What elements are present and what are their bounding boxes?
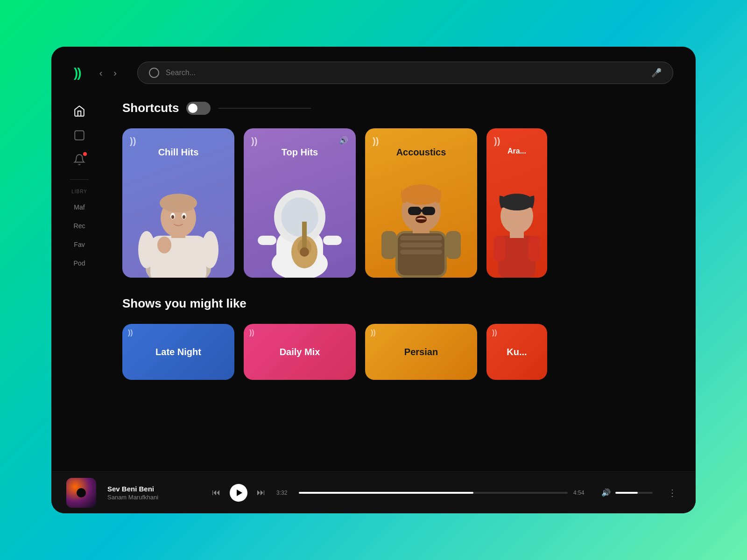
shortcuts-header: Shortcuts [122,101,681,115]
late-night-icon: )) [128,329,133,337]
top-hits-person [253,166,346,278]
svg-rect-28 [381,231,396,259]
nav-forward-button[interactable]: › [110,66,120,80]
player-controls: ⏮ ⏭ [212,484,265,502]
search-input[interactable] [166,69,645,77]
card-accoustics[interactable]: )) Accoustics [365,128,477,278]
app-window: )) ‹ › 🎤 LIBRY Maf Rec [51,47,696,513]
svg-point-22 [300,247,309,257]
svg-rect-38 [493,236,505,261]
svg-rect-0 [75,131,84,140]
current-time: 3:32 [276,490,293,496]
notification-badge [83,152,87,156]
accoustics-person [374,166,468,278]
top-hits-title: Top Hits [244,147,356,158]
more-options-button[interactable]: ⋮ [664,487,681,498]
shows-section: Shows you might like )) Late Night )) Da… [122,296,681,380]
nav-arrows: ‹ › [96,66,120,80]
sidebar-divider [70,179,89,180]
next-button[interactable]: ⏭ [257,488,265,497]
arabic-person [486,175,547,278]
svg-rect-18 [323,236,342,245]
sidebar-item-notifications[interactable] [69,149,90,170]
chill-hits-music-icon: )) [130,136,136,147]
card-chill-hits[interactable]: )) Chill Hits [122,128,234,278]
svg-rect-34 [420,210,422,212]
track-artist: Sanam Marufkhani [107,494,201,501]
sidebar-item-playlist[interactable] [69,125,90,146]
play-button[interactable] [230,484,247,502]
card-persian[interactable]: )) Persian [365,324,477,380]
card-top-hits[interactable]: )) 🔊 Top Hits [244,128,356,278]
top-hits-volume-icon: 🔊 [339,136,348,145]
progress-section: 3:32 4:54 [276,490,590,496]
svg-point-4 [202,231,218,268]
track-name: Sev Beni Beni [107,485,201,493]
shortcuts-toggle[interactable] [186,102,211,115]
volume-bar[interactable] [615,492,653,494]
sidebar-item-rec[interactable]: Rec [51,218,107,233]
svg-rect-27 [400,250,442,254]
accoustics-title: Accoustics [365,147,477,158]
top-bar: )) ‹ › 🎤 [51,47,696,93]
sidebar: LIBRY Maf Rec Fav Pod [51,93,107,471]
shortcuts-cards-row: )) Chill Hits [122,128,681,278]
svg-rect-29 [446,231,461,259]
svg-rect-33 [422,207,435,215]
svg-rect-32 [408,207,421,215]
chill-hits-person [136,175,220,278]
player-bar: Sev Beni Beni Sanam Marufkhani ⏮ ⏭ 3:32 … [51,471,696,513]
svg-point-11 [171,215,174,219]
svg-point-35 [402,184,441,205]
svg-point-12 [183,215,185,219]
album-art [66,478,96,508]
shortcuts-title: Shortcuts [122,101,179,115]
svg-rect-26 [400,243,442,247]
card-ku[interactable]: )) Ku... [486,324,547,380]
svg-point-16 [281,197,318,237]
ku-icon: )) [492,329,497,337]
progress-fill [299,492,473,494]
card-daily-mix[interactable]: )) Daily Mix [244,324,356,380]
nav-back-button[interactable]: ‹ [96,66,106,80]
volume-fill [615,492,638,494]
prev-button[interactable]: ⏮ [212,488,220,497]
ku-title: Ku... [507,347,527,357]
accoustics-image [365,166,477,278]
total-time: 4:54 [573,490,590,496]
main-content: LIBRY Maf Rec Fav Pod Shortcuts )) Chill… [51,93,696,471]
progress-bar[interactable] [299,492,568,494]
svg-point-42 [500,194,534,210]
volume-section: 🔊 [601,488,653,497]
arabic-music-icon: )) [494,136,500,147]
microphone-icon[interactable]: 🎤 [651,68,662,78]
search-bar: 🎤 [137,62,673,84]
volume-icon: 🔊 [601,488,611,497]
late-night-title: Late Night [155,347,201,357]
shows-title: Shows you might like [122,296,681,311]
track-info: Sev Beni Beni Sanam Marufkhani [107,485,201,501]
card-arabic[interactable]: )) Ara... [486,128,547,278]
shows-cards-row: )) Late Night )) Daily Mix )) Persian ))… [122,324,681,380]
svg-rect-25 [400,236,442,240]
daily-mix-title: Daily Mix [280,347,320,357]
content-area: Shortcuts )) Chill Hits [107,93,696,471]
sidebar-item-pod[interactable]: Pod [51,256,107,271]
daily-mix-icon: )) [249,329,254,337]
persian-icon: )) [371,329,376,337]
svg-rect-21 [302,222,307,250]
card-late-night[interactable]: )) Late Night [122,324,234,380]
accoustics-music-icon: )) [373,136,379,147]
persian-title: Persian [404,347,438,357]
app-logo: )) [74,65,81,80]
toggle-line [218,108,311,109]
svg-rect-17 [258,236,276,245]
library-label: LIBRY [71,189,87,194]
svg-rect-39 [529,236,540,261]
sidebar-item-maf[interactable]: Maf [51,200,107,215]
sidebar-item-fav[interactable]: Fav [51,237,107,252]
search-icon [149,68,159,78]
sidebar-item-home[interactable] [69,101,90,121]
svg-point-8 [157,237,171,253]
arabic-image [486,166,547,278]
